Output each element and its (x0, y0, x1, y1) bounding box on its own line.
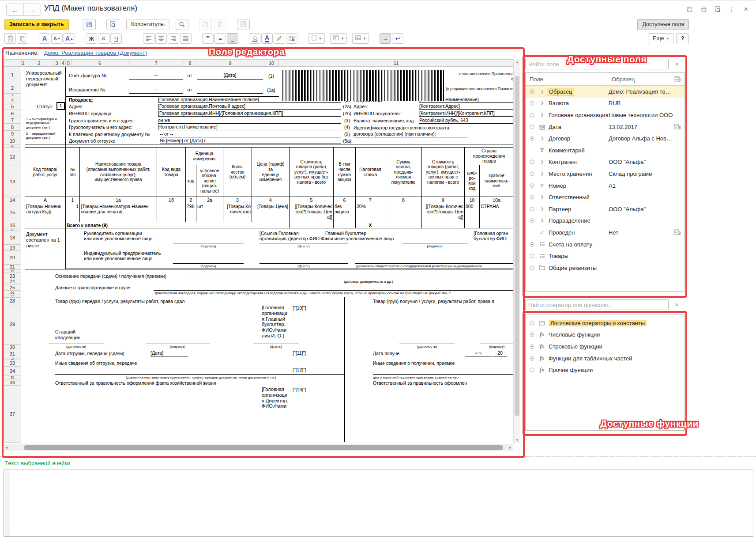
help-button[interactable]: ? (676, 33, 689, 44)
row-header-25[interactable]: 25 (4, 284, 21, 291)
sheet-cell[interactable]: (2б) (342, 111, 353, 117)
sheet-cell[interactable]: Документ составлен на 1 листе (26, 231, 66, 251)
sheet-cell[interactable]: 9 (421, 197, 464, 203)
sheet-cell[interactable]: Грузополучатель и его адрес: (69, 125, 157, 130)
table-settings-icon[interactable] (674, 229, 681, 237)
row-header-30[interactable]: 30 (4, 344, 21, 350)
sheet-cell[interactable]: код (185, 165, 196, 197)
sheet-cell[interactable]: (подпись) (173, 244, 244, 250)
sheet-cell[interactable] (333, 222, 355, 228)
sheet-cell[interactable]: (договор; доверенность и др.) (305, 280, 433, 285)
sheet-cell[interactable]: Код товара/ работ, услуг (25, 147, 65, 197)
sheet-cell[interactable]: Статус: (37, 104, 56, 110)
sheet-cell[interactable]: 5 (289, 197, 333, 203)
sheet-cell[interactable]: 1 (65, 197, 79, 203)
sheet-cell[interactable]: 1б (157, 197, 185, 203)
expand-icon[interactable] (530, 207, 535, 212)
function-name[interactable]: Прочие функции (549, 367, 593, 373)
row-header-23[interactable]: 23 (4, 273, 21, 279)
sheet-cell[interactable]: (5а) (342, 138, 353, 144)
row-header-9[interactable]: 9 (4, 130, 21, 137)
sheet-cell[interactable]: Продавец: (69, 97, 139, 103)
sheet-cell[interactable]: 3 (223, 197, 252, 203)
field-name[interactable]: Дата (549, 124, 561, 130)
sheet-cell[interactable]: Исправление № (69, 87, 126, 93)
row-header-36[interactable]: 36 (4, 379, 21, 386)
row-header-20[interactable]: 20 (4, 250, 21, 265)
field-row-3[interactable]: Головная организацияНовые технологии ООО (526, 109, 685, 121)
expand-icon[interactable] (530, 321, 535, 326)
field-name[interactable]: Ответственный (549, 194, 590, 201)
sheet-cell[interactable]: Дата отгрузки, передачи (сдачи) (55, 351, 150, 356)
sheet-cell[interactable]: (4) (342, 125, 353, 130)
function-row-1[interactable]: Логические операторы и константы (526, 317, 685, 329)
expand-icon[interactable] (530, 89, 535, 94)
available-fields-button[interactable]: Доступные поля (637, 19, 689, 30)
row-header-31[interactable]: 31 (4, 350, 21, 357)
table-settings-icon[interactable] (674, 76, 682, 83)
sheet-cell[interactable]: --- (129, 72, 183, 80)
field-name[interactable]: Головная организация (549, 112, 609, 118)
row-header-19[interactable]: 19 (4, 244, 21, 251)
column-header-7[interactable]: 7 (128, 59, 184, 67)
expand-icon[interactable] (530, 368, 535, 372)
sheet-cell[interactable]: 1 – счет-фактура и передаточный документ… (26, 117, 66, 132)
expand-icon[interactable] (530, 195, 535, 200)
sheet-cell[interactable]: Всего к оплате (9) (65, 222, 289, 228)
field-name[interactable]: Проведен (549, 229, 575, 236)
function-row-4[interactable]: fxФункции для табличных частей (526, 352, 685, 364)
field-row-9[interactable]: TНомерА1 (526, 180, 685, 192)
sheet-cell[interactable]: СТРАНА (479, 203, 513, 222)
scroll-left-icon[interactable]: ◄ (5, 446, 8, 450)
field-row-11[interactable]: ПартнерООО "Альфа" (526, 203, 685, 215)
row-header-12[interactable]: 12 (4, 147, 21, 166)
sheet-cell[interactable]: Универсальный передаточный документ (26, 70, 65, 91)
sheet-cell[interactable]: 2 – передаточный документ (акт) (26, 132, 66, 142)
sheet-cell[interactable]: шт (196, 203, 223, 222)
expand-icon[interactable] (530, 113, 535, 117)
sheet-cell[interactable]: Дата получе (373, 351, 415, 356)
sheet-cell[interactable]: Единица измерения (185, 147, 223, 165)
sheet-cell[interactable]: Ответственный за правильность оформления… (55, 380, 280, 386)
sheet-cell[interactable]: « » (465, 350, 492, 356)
column-header-9[interactable]: 9 (196, 59, 264, 67)
expand-icon[interactable] (530, 332, 535, 337)
row-header-34[interactable]: 34 (4, 366, 21, 375)
sheet-cell[interactable]: Страна происхождения товара (464, 147, 513, 165)
spreadsheet-editor[interactable]: 1234567891011123456789101112131415161718… (0, 0, 513, 443)
sheet-cell[interactable]: [Товары.Номенк латура.Код] (25, 203, 65, 222)
sheet-cell[interactable]: (ф.и.о.) (253, 345, 299, 350)
sheet-cell[interactable]: Налоговая ставка (355, 147, 385, 197)
expand-icon[interactable] (530, 159, 535, 164)
sheet-cell[interactable]: [Головная организаци я.Главный бухгалтер… (262, 305, 293, 343)
column-header-11[interactable]: 11 (278, 59, 513, 67)
expand-icon[interactable] (530, 265, 535, 270)
sheet-cell[interactable]: ИНН/КПП покупателя: (354, 111, 417, 117)
field-row-15[interactable]: Товары (526, 250, 685, 262)
field-name[interactable]: Контрагент (549, 159, 578, 165)
row-header-15[interactable]: 15 (4, 203, 21, 222)
expand-icon[interactable] (530, 125, 535, 129)
field-row-1[interactable]: ОбразецДемо: Реализация то… (526, 86, 685, 98)
sheet-cell[interactable]: Российский рубль, 643 (419, 117, 513, 124)
save-icon[interactable] (685, 5, 694, 14)
row-header-33[interactable]: 33 (4, 360, 21, 367)
sheet-cell[interactable]: -- (385, 203, 421, 222)
function-name[interactable]: Логические операторы и константы (549, 320, 647, 326)
sheet-cell[interactable]: 10 (464, 197, 479, 203)
row-header-18[interactable]: 18 (4, 231, 21, 245)
sheet-cell[interactable]: Коли- чество (объем) (223, 147, 252, 197)
sheet-cell[interactable]: Ответственный за правильность оформлен (373, 380, 513, 386)
sheet-cell[interactable]: (ф.и.о.) (260, 244, 348, 250)
sheet-cell[interactable]: -- (129, 87, 183, 94)
sheet-cell[interactable]: без акциза (333, 203, 355, 222)
field-row-14[interactable]: Счета на оплату (526, 239, 685, 250)
sheet-cell[interactable]: [[Товары.Количес тво]*[Товары.Цен а]] (421, 203, 464, 222)
field-row-16[interactable]: Общие реквизиты (526, 262, 685, 274)
field-name[interactable]: Номер (549, 182, 566, 189)
sheet-cell[interactable]: ["[13]"] (293, 387, 317, 393)
expand-icon[interactable] (530, 344, 535, 349)
sheet-cell[interactable]: Документ об отгрузке (69, 138, 159, 144)
sheet-cell[interactable]: Стоимость товаров (работ, услуг), имущес… (421, 147, 464, 197)
sheet-cell[interactable]: Товар (груз) передал / услуги, результат… (55, 299, 241, 304)
